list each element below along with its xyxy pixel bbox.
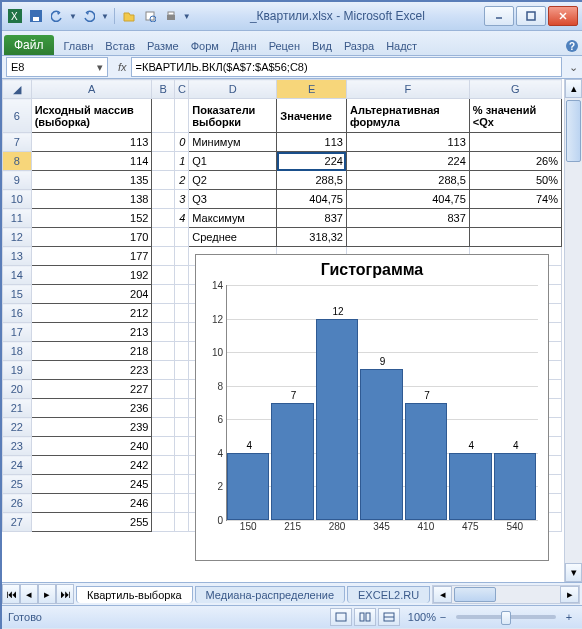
cell[interactable]	[152, 285, 175, 304]
cell[interactable]	[152, 228, 175, 247]
cell[interactable]	[152, 133, 175, 152]
cell[interactable]: 288,5	[346, 171, 469, 190]
close-button[interactable]	[548, 6, 578, 26]
cell[interactable]	[174, 99, 188, 133]
qat-more-icon[interactable]: ▼	[183, 12, 191, 21]
row-header[interactable]: 15	[3, 285, 32, 304]
cell[interactable]: 114	[31, 152, 152, 171]
cell[interactable]	[152, 323, 175, 342]
row-header[interactable]: 26	[3, 494, 32, 513]
view-normal-icon[interactable]	[330, 608, 352, 626]
cell[interactable]	[469, 133, 561, 152]
col-header-E[interactable]: E	[277, 80, 347, 99]
open-icon[interactable]	[120, 7, 138, 25]
ribbon-tab-addins[interactable]: Надст	[380, 37, 423, 55]
cell[interactable]: 213	[31, 323, 152, 342]
cell[interactable]: 170	[31, 228, 152, 247]
cell[interactable]: 404,75	[346, 190, 469, 209]
row-header[interactable]: 20	[3, 380, 32, 399]
scroll-up-icon[interactable]: ▴	[565, 79, 582, 98]
cell[interactable]: 1	[174, 152, 188, 171]
cell[interactable]	[174, 475, 188, 494]
cell[interactable]: 50%	[469, 171, 561, 190]
cell[interactable]	[152, 99, 175, 133]
cell-header-F[interactable]: Альтернативная формула	[346, 99, 469, 133]
cell[interactable]: 318,32	[277, 228, 347, 247]
col-header-F[interactable]: F	[346, 80, 469, 99]
cell[interactable]: 288,5	[277, 171, 347, 190]
cell[interactable]	[174, 494, 188, 513]
cell[interactable]: 4	[174, 209, 188, 228]
row-header[interactable]: 16	[3, 304, 32, 323]
cell[interactable]	[152, 494, 175, 513]
tab-next-icon[interactable]: ▸	[38, 584, 56, 604]
cell[interactable]	[152, 171, 175, 190]
cell[interactable]: 239	[31, 418, 152, 437]
cell[interactable]	[346, 228, 469, 247]
ribbon-tab-formulas[interactable]: Форм	[185, 37, 225, 55]
cell[interactable]	[152, 266, 175, 285]
row-header[interactable]: 10	[3, 190, 32, 209]
maximize-button[interactable]	[516, 6, 546, 26]
tab-first-icon[interactable]: ⏮	[2, 584, 20, 604]
cell[interactable]	[152, 513, 175, 532]
tab-prev-icon[interactable]: ◂	[20, 584, 38, 604]
cell[interactable]	[174, 399, 188, 418]
cell[interactable]: Среднее	[189, 228, 277, 247]
formula-input[interactable]: =КВАРТИЛЬ.ВКЛ($A$7:$A$56;C8)	[131, 57, 562, 77]
chart-histogram[interactable]: Гистограмма 0246810121447129744 15021528…	[195, 254, 549, 561]
cell[interactable]: Q1	[189, 152, 277, 171]
cell[interactable]: 192	[31, 266, 152, 285]
cell-header-G[interactable]: % значений <Qx	[469, 99, 561, 133]
sheet-tab-active[interactable]: Квартиль-выборка	[76, 586, 193, 603]
horizontal-scrollbar[interactable]: ◂ ▸	[432, 585, 580, 604]
cell[interactable]: 135	[31, 171, 152, 190]
zoom-slider[interactable]	[456, 615, 556, 619]
row-header[interactable]: 22	[3, 418, 32, 437]
cell[interactable]	[174, 266, 188, 285]
cell[interactable]	[174, 437, 188, 456]
scroll-left-icon[interactable]: ◂	[433, 586, 452, 603]
excel-icon[interactable]: X	[6, 7, 24, 25]
save-icon[interactable]	[27, 7, 45, 25]
row-header[interactable]: 14	[3, 266, 32, 285]
row-header[interactable]: 6	[3, 99, 32, 133]
cell[interactable]: 224	[346, 152, 469, 171]
row-header[interactable]: 13	[3, 247, 32, 266]
cell[interactable]: 246	[31, 494, 152, 513]
print-icon[interactable]	[162, 7, 180, 25]
row-header[interactable]: 18	[3, 342, 32, 361]
cell[interactable]	[152, 475, 175, 494]
redo-icon[interactable]	[80, 7, 98, 25]
cell[interactable]: Минимум	[189, 133, 277, 152]
col-header-B[interactable]: B	[152, 80, 175, 99]
tab-last-icon[interactable]: ⏭	[56, 584, 74, 604]
dropdown-icon[interactable]: ▼	[101, 12, 109, 21]
row-header[interactable]: 25	[3, 475, 32, 494]
ribbon-tab-developer[interactable]: Разра	[338, 37, 380, 55]
ribbon-tab-insert[interactable]: Встав	[99, 37, 141, 55]
cell[interactable]: 74%	[469, 190, 561, 209]
cell[interactable]: 837	[346, 209, 469, 228]
zoom-in-icon[interactable]: +	[562, 611, 576, 623]
ribbon-tab-data[interactable]: Данн	[225, 37, 263, 55]
minimize-button[interactable]	[484, 6, 514, 26]
row-header[interactable]: 24	[3, 456, 32, 475]
row-header[interactable]: 11	[3, 209, 32, 228]
cell[interactable]: 240	[31, 437, 152, 456]
cell[interactable]: 177	[31, 247, 152, 266]
cell[interactable]: 227	[31, 380, 152, 399]
undo-icon[interactable]	[48, 7, 66, 25]
ribbon-tab-review[interactable]: Рецен	[263, 37, 306, 55]
ribbon-tab-view[interactable]: Вид	[306, 37, 338, 55]
cell[interactable]	[152, 152, 175, 171]
help-icon[interactable]: ?	[562, 39, 582, 55]
sheet-tab[interactable]: EXCEL2.RU	[347, 586, 430, 603]
cell[interactable]: 255	[31, 513, 152, 532]
cell[interactable]	[152, 361, 175, 380]
cell[interactable]: 113	[31, 133, 152, 152]
col-header-A[interactable]: A	[31, 80, 152, 99]
cell[interactable]	[174, 304, 188, 323]
cell[interactable]: 223	[31, 361, 152, 380]
cell[interactable]	[174, 513, 188, 532]
